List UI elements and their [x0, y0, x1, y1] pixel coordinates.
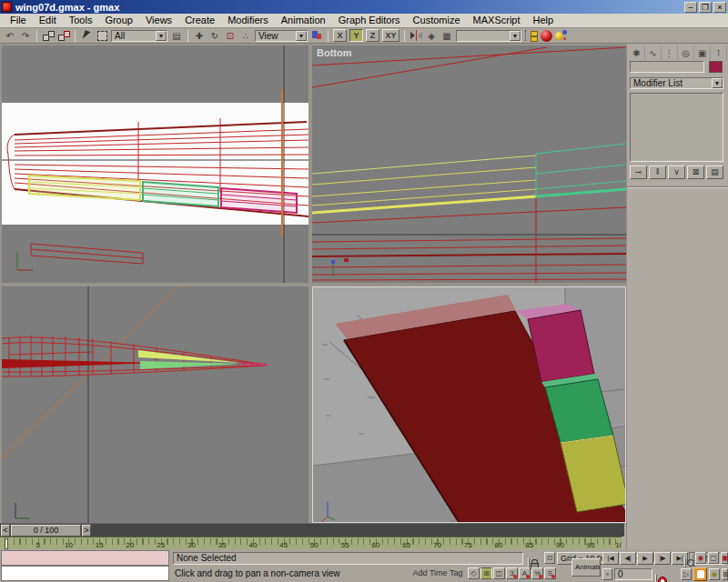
restrict-y-button[interactable]: Y	[349, 29, 363, 42]
dropdown-arrow-icon[interactable]: ▼	[712, 78, 723, 88]
maxscript-listener-output[interactable]	[1, 550, 169, 566]
tab-hierarchy[interactable]: ⋮	[662, 45, 678, 60]
absolute-offset-toggle-icon[interactable]: ⊡	[544, 552, 555, 564]
reference-coordsys-dropdown[interactable]: View ▼	[255, 30, 308, 42]
play-button[interactable]: ▶	[637, 552, 653, 565]
zoom-extents-icon[interactable]: ▢	[708, 552, 719, 564]
default-lighting-toggle[interactable]: ◫	[493, 567, 505, 579]
modifier-list-dropdown[interactable]: Modifier List ▼	[630, 77, 723, 89]
adaptive-degradation-toggle[interactable]: ◇	[468, 567, 480, 579]
unlink-selection-icon[interactable]	[57, 29, 70, 42]
restrict-z-button[interactable]: Z	[366, 29, 379, 42]
rectangular-selection-region-icon[interactable]	[96, 29, 108, 42]
minimize-button[interactable]: –	[684, 2, 697, 13]
menu-customize[interactable]: Customize	[407, 14, 467, 27]
select-and-scale-icon[interactable]: ⊡	[224, 29, 237, 42]
viewport-perspective[interactable]	[312, 286, 626, 523]
selection-filter-dropdown[interactable]: All ▼	[111, 30, 167, 42]
z-coordinate-field[interactable]: 0.0m	[689, 552, 725, 565]
time-configuration-icon[interactable]	[655, 574, 657, 582]
time-slider-prev-button[interactable]: <	[1, 525, 10, 537]
menu-graph-editors[interactable]: Graph Editors	[332, 14, 407, 27]
snap-toggle[interactable]: 3	[506, 567, 518, 579]
modifier-stack-list[interactable]	[630, 93, 723, 162]
remove-modifier-button[interactable]: ⊠	[687, 166, 704, 179]
dropdown-arrow-icon[interactable]: ▼	[156, 31, 167, 41]
menu-help[interactable]: Help	[527, 14, 561, 27]
material-editor-icon[interactable]	[540, 29, 552, 42]
mirror-icon[interactable]	[410, 29, 422, 42]
dropdown-arrow-icon[interactable]: ▼	[510, 31, 521, 41]
layer-grid-icon[interactable]: ▦	[440, 29, 453, 42]
render-icon[interactable]	[555, 29, 568, 42]
select-and-move-icon[interactable]: ✚	[193, 29, 206, 42]
dropdown-arrow-icon[interactable]: ▼	[296, 31, 307, 41]
select-and-rotate-icon[interactable]: ↻	[208, 29, 221, 42]
tab-motion[interactable]: ◎	[678, 45, 694, 60]
current-frame-field[interactable]: 0	[614, 568, 652, 580]
track-bar[interactable]: 5101520253035404550556065707580859095100	[0, 537, 622, 549]
selection-lock-icon[interactable]	[528, 557, 530, 567]
menu-group[interactable]: Group	[98, 14, 139, 27]
menu-tools[interactable]: Tools	[63, 14, 99, 27]
viewport-label-bottom[interactable]: Bottom	[317, 47, 352, 58]
tab-create[interactable]: ✱	[629, 45, 645, 60]
key-mode-icon[interactable]: ∘	[602, 568, 612, 580]
track-view-icon[interactable]	[524, 29, 537, 42]
restrict-x-button[interactable]: X	[333, 29, 347, 42]
menu-edit[interactable]: Edit	[33, 14, 63, 27]
zoom-icon[interactable]	[684, 557, 686, 567]
time-slider-handle[interactable]: 0 / 100	[11, 525, 81, 537]
tab-utilities[interactable]: ⊺	[711, 45, 727, 60]
pan-view-icon[interactable]	[693, 567, 707, 581]
menu-animation[interactable]: Animation	[275, 14, 332, 27]
named-selection-dropdown[interactable]: ▼	[456, 30, 521, 42]
spinner-snap-toggle[interactable]: S	[544, 567, 556, 579]
use-center-icon[interactable]	[310, 29, 323, 42]
current-frame-marker[interactable]	[5, 538, 8, 549]
go-to-start-button[interactable]: |◀	[602, 552, 619, 565]
percent-snap-toggle[interactable]: %	[531, 567, 543, 579]
select-object-icon[interactable]	[80, 29, 93, 42]
animate-button[interactable]: Animate	[571, 558, 601, 577]
object-color-swatch[interactable]	[709, 61, 723, 73]
snaps-icon[interactable]: ∴	[239, 29, 252, 42]
arc-rotate-icon[interactable]: ◉	[709, 568, 720, 580]
zoom-extents-all-icon[interactable]: ▣	[721, 552, 728, 564]
viewport-left[interactable]	[2, 286, 308, 523]
add-time-tag[interactable]: Add Time Tag	[410, 568, 466, 577]
menu-maxscript[interactable]: MAXScript	[467, 14, 527, 27]
menu-file[interactable]: File	[4, 14, 33, 27]
configure-sets-button[interactable]: ▤	[706, 166, 723, 179]
field-of-view-icon[interactable]: ▷	[681, 568, 692, 580]
select-by-name-icon[interactable]: ▤	[170, 29, 183, 42]
restore-button[interactable]: ❐	[699, 2, 712, 13]
viewport-top[interactable]	[2, 45, 308, 283]
next-frame-button[interactable]: |▶	[654, 552, 671, 565]
menu-modifiers[interactable]: Modifiers	[221, 14, 275, 27]
min-max-toggle-icon[interactable]: ⊞	[722, 568, 728, 580]
undo-icon[interactable]: ↶	[4, 29, 16, 42]
angle-snap-toggle[interactable]: A	[519, 567, 531, 579]
redo-icon[interactable]: ↷	[19, 29, 32, 42]
pin-stack-button[interactable]: ⊸	[630, 166, 647, 179]
previous-frame-button[interactable]: ◀|	[620, 552, 636, 565]
maxscript-listener-input[interactable]	[1, 566, 169, 581]
time-slider-next-button[interactable]: >	[82, 525, 91, 537]
menu-create[interactable]: Create	[178, 14, 221, 27]
zoom-all-icon[interactable]: ◉	[695, 552, 706, 564]
panel-separator	[627, 186, 728, 188]
tab-display[interactable]: ▣	[694, 45, 711, 60]
safe-frame-toggle[interactable]: ⊞	[480, 567, 492, 579]
viewport-bottom[interactable]: Bottom	[312, 45, 626, 283]
title-bar[interactable]: wing07d.gmax - gmax – ❐ ×	[0, 0, 728, 14]
object-name-field[interactable]	[630, 61, 704, 73]
close-button[interactable]: ×	[713, 2, 726, 13]
tab-modify[interactable]: ∿	[645, 45, 662, 60]
restrict-xy-plane-button[interactable]: XY	[382, 29, 399, 42]
make-unique-button[interactable]: ∨	[668, 166, 685, 179]
menu-views[interactable]: Views	[139, 14, 178, 27]
select-and-link-icon[interactable]	[42, 29, 55, 42]
align-icon[interactable]: ◈	[425, 29, 438, 42]
show-end-result-button[interactable]: ‖	[649, 166, 666, 179]
